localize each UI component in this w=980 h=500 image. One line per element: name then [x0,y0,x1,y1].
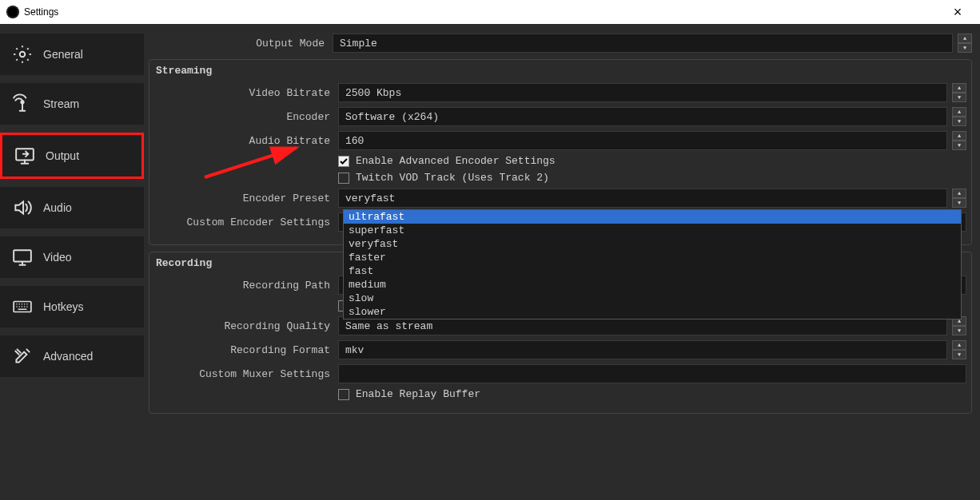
sidebar-item-advanced[interactable]: Advanced [0,335,144,377]
preset-option-medium[interactable]: medium [344,278,961,292]
recording-path-label: Recording Path [154,280,338,292]
sidebar-item-label: Advanced [43,350,93,363]
speaker-icon [11,196,34,219]
streaming-section: Streaming Video Bitrate 2500 Kbps ▲▼ Enc… [149,59,972,245]
sidebar-item-output[interactable]: Output [0,133,144,179]
output-mode-select[interactable]: Simple [333,34,953,53]
custom-muxer-label: Custom Muxer Settings [154,368,338,380]
svg-point-1 [21,101,23,103]
enable-replay-checkbox[interactable] [338,389,349,400]
recording-quality-label: Recording Quality [154,320,338,332]
recording-format-spinner[interactable]: ▲▼ [952,340,966,359]
sidebar-item-label: Stream [43,97,79,110]
settings-sidebar: General Stream Output Audio Video [0,29,144,500]
preset-option-fast[interactable]: fast [344,264,961,278]
antenna-icon [11,93,34,115]
sidebar-item-label: Video [43,251,72,264]
encoder-preset-label: Encoder Preset [154,192,338,204]
sidebar-item-hotkeys[interactable]: Hotkeys [0,286,144,327]
window-close-button[interactable]: × [942,4,974,21]
streaming-section-title: Streaming [156,65,966,77]
preset-option-veryfast[interactable]: veryfast [344,237,961,251]
encoder-preset-spinner[interactable]: ▲▼ [952,188,966,208]
output-mode-label: Output Mode [149,38,333,50]
encoder-spinner[interactable]: ▲▼ [952,107,966,126]
monitor-icon [14,145,36,167]
preset-option-slow[interactable]: slow [344,292,961,305]
preset-option-ultrafast[interactable]: ultrafast [344,210,961,224]
sidebar-item-video[interactable]: Video [0,236,144,278]
window-titlebar: Settings × [0,0,980,24]
encoder-preset-dropdown: ultrafast superfast veryfast faster fast… [343,209,962,319]
sidebar-item-label: Hotkeys [43,300,84,313]
app-logo-icon [6,6,19,18]
display-icon [11,246,34,268]
sidebar-item-label: Output [46,149,79,162]
preset-option-faster[interactable]: faster [344,251,961,264]
encoder-select[interactable]: Software (x264) [338,107,947,126]
video-bitrate-label: Video Bitrate [154,87,338,99]
enable-advanced-label: Enable Advanced Encoder Settings [356,155,556,167]
video-bitrate-input[interactable]: 2500 Kbps [338,83,947,102]
keyboard-icon [11,296,34,318]
gear-icon [11,43,34,65]
enable-advanced-checkbox[interactable] [338,156,349,167]
settings-content: Output Mode Simple ▲▼ Streaming Video Bi… [144,29,980,500]
sidebar-item-general[interactable]: General [0,34,144,75]
custom-muxer-input[interactable] [338,364,966,383]
sidebar-item-label: Audio [43,201,72,214]
svg-point-0 [20,52,26,58]
sidebar-item-stream[interactable]: Stream [0,83,144,125]
enable-replay-label: Enable Replay Buffer [356,388,480,400]
sidebar-item-audio[interactable]: Audio [0,187,144,228]
audio-bitrate-spinner[interactable]: ▲▼ [952,131,966,150]
output-mode-spinner[interactable]: ▲▼ [958,34,972,53]
audio-bitrate-select[interactable]: 160 [338,131,947,150]
preset-option-slower[interactable]: slower [344,305,961,319]
twitch-vod-label: Twitch VOD Track (Uses Track 2) [356,172,549,184]
custom-encoder-label: Custom Encoder Settings [154,216,338,228]
svg-rect-3 [14,250,31,261]
recording-format-select[interactable]: mkv [338,340,947,359]
tools-icon [11,345,34,367]
sidebar-item-label: General [43,48,83,61]
video-bitrate-spinner[interactable]: ▲▼ [952,83,966,102]
audio-bitrate-label: Audio Bitrate [154,135,338,147]
encoder-preset-select[interactable]: veryfast [338,188,947,208]
encoder-label: Encoder [154,111,338,123]
twitch-vod-checkbox[interactable] [338,173,349,184]
preset-option-superfast[interactable]: superfast [344,224,961,237]
window-title: Settings [24,6,58,18]
recording-format-label: Recording Format [154,344,338,356]
